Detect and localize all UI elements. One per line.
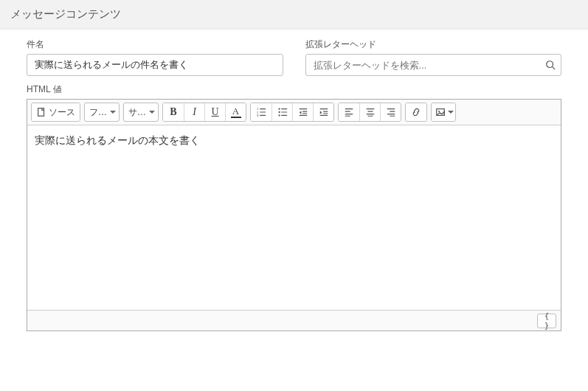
outdent-button[interactable]	[292, 103, 313, 121]
subject-input[interactable]	[27, 54, 283, 76]
letterhead-input[interactable]	[305, 54, 562, 76]
align-center-button[interactable]	[359, 103, 380, 121]
chevron-down-icon	[149, 111, 155, 114]
toolbar-group-source: ソース	[31, 103, 80, 122]
indent-button[interactable]	[313, 103, 333, 121]
document-icon	[36, 107, 46, 117]
subject-field: 件名	[27, 38, 283, 76]
format-dropdown[interactable]: フォーマット	[84, 103, 120, 122]
subject-label: 件名	[27, 38, 283, 51]
align-left-icon	[344, 107, 354, 117]
editor-toolbar: ソース フォーマット サイズ B I U A	[27, 100, 561, 125]
html-value-field: HTML 値 ソース フォーマット サイズ	[0, 83, 588, 340]
rich-text-editor: ソース フォーマット サイズ B I U A	[27, 99, 561, 331]
svg-point-11	[278, 114, 280, 116]
svg-marker-19	[299, 111, 301, 114]
numbered-list-icon: 1 2 3	[256, 107, 266, 117]
section-title: メッセージコンテンツ	[10, 7, 121, 20]
link-button[interactable]	[406, 103, 426, 121]
code-view-button[interactable]: { }	[537, 314, 556, 328]
svg-point-10	[278, 111, 280, 113]
editor-body[interactable]: 実際に送られるメールの本文を書く	[27, 125, 561, 310]
numbered-list-button[interactable]: 1 2 3	[251, 103, 271, 121]
italic-button[interactable]: I	[184, 103, 204, 121]
search-icon	[545, 60, 556, 70]
align-center-icon	[365, 107, 376, 117]
bullet-list-icon	[277, 107, 288, 117]
source-button[interactable]: ソース	[32, 103, 80, 121]
editor-footer: { }	[27, 310, 561, 331]
text-color-button[interactable]: A	[225, 103, 246, 121]
size-dropdown-label: サイズ	[128, 106, 147, 119]
size-dropdown[interactable]: サイズ	[123, 103, 159, 122]
svg-marker-24	[319, 111, 322, 114]
link-icon	[411, 107, 421, 117]
letterhead-lookup	[305, 54, 562, 76]
html-value-label: HTML 値	[27, 83, 561, 96]
svg-rect-2	[38, 108, 44, 117]
outdent-icon	[298, 107, 308, 117]
toolbar-group-align	[338, 103, 401, 122]
svg-point-38	[438, 111, 440, 112]
toolbar-group-textstyle: B I U A	[162, 103, 246, 122]
align-left-button[interactable]	[339, 103, 359, 121]
svg-text:3: 3	[257, 114, 259, 117]
svg-line-1	[553, 67, 556, 70]
align-right-button[interactable]	[380, 103, 401, 121]
toolbar-group-image	[431, 103, 456, 122]
svg-point-9	[278, 108, 280, 109]
source-button-label: ソース	[49, 106, 75, 119]
align-right-icon	[386, 107, 396, 117]
image-icon	[435, 107, 446, 117]
toolbar-group-list: 1 2 3	[250, 103, 334, 122]
chevron-down-icon	[448, 111, 454, 114]
format-dropdown-label: フォーマット	[89, 106, 108, 119]
braces-icon: { }	[542, 311, 551, 331]
bullet-list-button[interactable]	[271, 103, 292, 121]
svg-point-0	[547, 61, 553, 68]
chevron-down-icon	[110, 111, 116, 114]
image-button[interactable]	[432, 103, 455, 121]
field-row: 件名 拡張レターヘッド	[27, 38, 561, 76]
toolbar-group-link	[405, 103, 427, 122]
form-area: 件名 拡張レターヘッド	[0, 30, 588, 83]
letterhead-field: 拡張レターヘッド	[305, 38, 562, 76]
letterhead-label: 拡張レターヘッド	[305, 38, 562, 51]
underline-button[interactable]: U	[204, 103, 225, 121]
section-header: メッセージコンテンツ	[0, 0, 588, 30]
indent-icon	[319, 107, 329, 117]
bold-button[interactable]: B	[163, 103, 184, 121]
